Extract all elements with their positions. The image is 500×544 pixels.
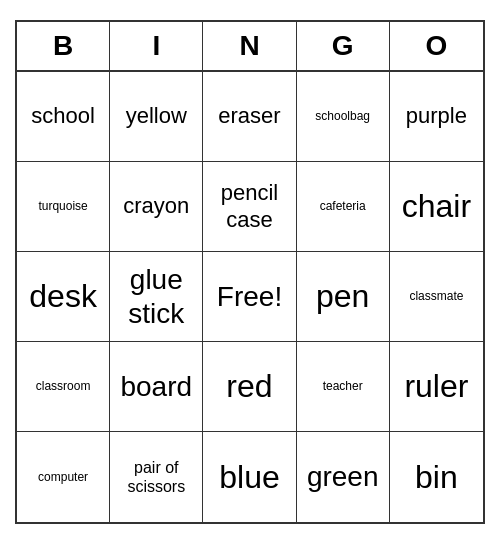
- bingo-cell: red: [203, 342, 296, 432]
- cell-text: pen: [316, 277, 369, 315]
- bingo-cell: ruler: [390, 342, 483, 432]
- bingo-cell: bin: [390, 432, 483, 522]
- bingo-cell: pencil case: [203, 162, 296, 252]
- bingo-cell: schoolbag: [297, 72, 390, 162]
- cell-text: ruler: [404, 367, 468, 405]
- cell-text: desk: [29, 277, 97, 315]
- bingo-cell: teacher: [297, 342, 390, 432]
- cell-text: pencil case: [207, 180, 291, 233]
- bingo-cell: school: [17, 72, 110, 162]
- cell-text: blue: [219, 458, 280, 496]
- header-cell-N: N: [203, 22, 296, 70]
- cell-text: yellow: [126, 103, 187, 129]
- bingo-cell: chair: [390, 162, 483, 252]
- bingo-cell: board: [110, 342, 203, 432]
- bingo-cell: cafeteria: [297, 162, 390, 252]
- header-cell-G: G: [297, 22, 390, 70]
- bingo-cell: glue stick: [110, 252, 203, 342]
- bingo-cell: pair of scissors: [110, 432, 203, 522]
- bingo-cell: blue: [203, 432, 296, 522]
- bingo-cell: turquoise: [17, 162, 110, 252]
- bingo-cell: green: [297, 432, 390, 522]
- bingo-cell: classmate: [390, 252, 483, 342]
- bingo-cell: classroom: [17, 342, 110, 432]
- cell-text: pair of scissors: [114, 458, 198, 496]
- cell-text: green: [307, 460, 379, 494]
- cell-text: Free!: [217, 280, 282, 314]
- bingo-cell: desk: [17, 252, 110, 342]
- cell-text: board: [120, 370, 192, 404]
- cell-text: turquoise: [38, 199, 87, 213]
- cell-text: purple: [406, 103, 467, 129]
- cell-text: eraser: [218, 103, 280, 129]
- cell-text: schoolbag: [315, 109, 370, 123]
- cell-text: school: [31, 103, 95, 129]
- header-cell-B: B: [17, 22, 110, 70]
- cell-text: cafeteria: [320, 199, 366, 213]
- header-cell-O: O: [390, 22, 483, 70]
- cell-text: classmate: [409, 289, 463, 303]
- cell-text: classroom: [36, 379, 91, 393]
- bingo-cell: Free!: [203, 252, 296, 342]
- cell-text: teacher: [323, 379, 363, 393]
- cell-text: crayon: [123, 193, 189, 219]
- cell-text: glue stick: [114, 263, 198, 330]
- cell-text: red: [226, 367, 272, 405]
- bingo-cell: crayon: [110, 162, 203, 252]
- header-cell-I: I: [110, 22, 203, 70]
- bingo-cell: computer: [17, 432, 110, 522]
- bingo-cell: yellow: [110, 72, 203, 162]
- cell-text: chair: [402, 187, 471, 225]
- cell-text: computer: [38, 470, 88, 484]
- bingo-card: BINGO schoolyelloweraserschoolbagpurplet…: [15, 20, 485, 524]
- cell-text: bin: [415, 458, 458, 496]
- bingo-cell: eraser: [203, 72, 296, 162]
- bingo-header: BINGO: [17, 22, 483, 72]
- bingo-cell: pen: [297, 252, 390, 342]
- bingo-cell: purple: [390, 72, 483, 162]
- bingo-grid: schoolyelloweraserschoolbagpurpleturquoi…: [17, 72, 483, 522]
